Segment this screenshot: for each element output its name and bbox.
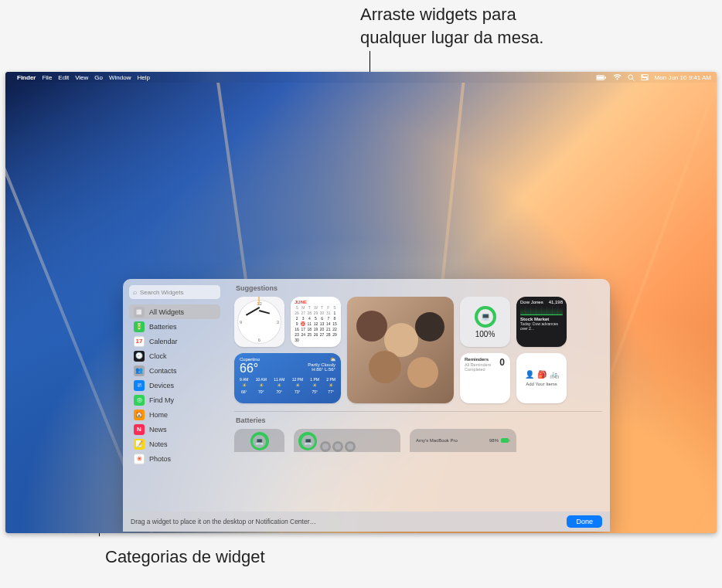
sidebar-item-contacts[interactable]: 👥Contacts bbox=[129, 363, 220, 378]
section-divider bbox=[234, 411, 602, 412]
laptop-icon: 💻 bbox=[304, 437, 312, 445]
weather-cond: Partly Cloudy bbox=[308, 362, 335, 368]
menu-window[interactable]: Window bbox=[109, 74, 131, 81]
sidebar-item-home[interactable]: 🏠Home bbox=[129, 407, 220, 422]
search-placeholder: Search Widgets bbox=[140, 289, 183, 296]
reminders-count: 0 bbox=[499, 357, 505, 368]
search-input[interactable]: ⌕ Search Widgets bbox=[129, 285, 220, 299]
battery-percent: 100% bbox=[475, 330, 496, 338]
weather-hour: 2 PM☀77° bbox=[326, 377, 335, 394]
findmy-label: Add Your Items bbox=[526, 382, 557, 386]
widget-battery-wide[interactable]: Amy's MacBook Pro 98% bbox=[410, 429, 516, 452]
svg-rect-2 bbox=[605, 76, 605, 79]
sidebar-item-label: News bbox=[149, 426, 167, 433]
svg-point-8 bbox=[646, 78, 648, 80]
sidebar-item-label: Calendar bbox=[149, 338, 178, 345]
svg-rect-9 bbox=[501, 438, 509, 443]
menu-help[interactable]: Help bbox=[137, 74, 149, 81]
section-batteries: Batteries bbox=[236, 416, 602, 424]
svg-point-6 bbox=[642, 75, 643, 76]
menubar-datetime[interactable]: Mon Jun 10 9:41 AM bbox=[655, 74, 711, 81]
weather-temp: 66° bbox=[240, 362, 260, 376]
weather-hour: 1 PM☀75° bbox=[310, 377, 319, 394]
callout-drag-widgets: Arraste widgets para qualquer lugar da m… bbox=[360, 3, 543, 49]
app-menu[interactable]: Finder bbox=[17, 74, 36, 81]
battery-device-name: Amy's MacBook Pro bbox=[416, 438, 458, 443]
sidebar-item-label: Photos bbox=[149, 455, 171, 463]
widget-calendar[interactable]: JUNE SMTWTFS2627282930311234567891011121… bbox=[291, 297, 341, 347]
sidebar-item-label: Clock bbox=[149, 352, 167, 360]
stock-story: Today: Dow advances over 2... bbox=[520, 321, 563, 331]
svg-rect-1 bbox=[597, 76, 604, 79]
widget-battery-multi[interactable]: 💻 bbox=[294, 429, 400, 452]
widget-clock[interactable]: 12 6 3 9 bbox=[234, 297, 284, 347]
weather-hilo: H:86° L:56° bbox=[308, 367, 335, 372]
svg-rect-10 bbox=[509, 440, 510, 442]
findmy-icon: ◎ bbox=[134, 395, 145, 406]
widget-weather[interactable]: Cupertino 66° ⛅ Partly Cloudy H:86° L:56… bbox=[234, 353, 341, 403]
news-icon: N bbox=[134, 424, 145, 435]
sidebar-item-label: Contacts bbox=[149, 367, 177, 375]
control-center-icon[interactable] bbox=[641, 74, 649, 80]
section-suggestions: Suggestions bbox=[236, 284, 602, 292]
svg-line-4 bbox=[632, 79, 635, 81]
contacts-icon: 👥 bbox=[134, 365, 145, 376]
sidebar-item-label: Batteries bbox=[149, 323, 177, 331]
sidebar-item-batteries[interactable]: 🔋Batteries bbox=[129, 319, 220, 334]
battery-ring-icon: 💻 bbox=[475, 306, 496, 328]
sidebar-item-label: Devices bbox=[149, 382, 174, 389]
menu-file[interactable]: File bbox=[42, 74, 52, 81]
photos-icon: ❀ bbox=[134, 454, 145, 464]
battery-status-icon[interactable] bbox=[596, 75, 607, 80]
stock-chart bbox=[520, 306, 563, 315]
widget-stocks[interactable]: Dow Jones41,198 Stock Market Today: Dow … bbox=[516, 297, 567, 347]
findmy-items-icons: 👤🎒🚲 bbox=[525, 370, 559, 379]
widget-battery-small[interactable]: 💻 bbox=[234, 429, 284, 452]
search-icon: ⌕ bbox=[133, 288, 137, 296]
mac-desktop: Finder File Edit View Go Window Help Mon… bbox=[5, 72, 717, 533]
sidebar-item-photos[interactable]: ❀Photos bbox=[129, 451, 220, 466]
done-button[interactable]: Done bbox=[567, 515, 602, 528]
cal-icon: 17 bbox=[134, 336, 145, 347]
weather-hour: 10 AM☀70° bbox=[256, 377, 267, 394]
sidebar-item-label: Notes bbox=[149, 440, 168, 448]
widget-content: Suggestions 12 6 3 9 bbox=[226, 279, 610, 512]
widget-gallery: ⌕ Search Widgets ▦All Widgets🔋Batteries1… bbox=[123, 279, 610, 532]
menubar: Finder File Edit View Go Window Help Mon… bbox=[5, 72, 717, 83]
battery-icon bbox=[501, 438, 510, 443]
widget-reminders[interactable]: Reminders 0 All Reminders Completed bbox=[460, 353, 510, 403]
home-icon: 🏠 bbox=[134, 410, 145, 420]
sidebar-item-label: All Widgets bbox=[149, 308, 184, 316]
svg-point-3 bbox=[628, 74, 633, 79]
sidebar-item-clock[interactable]: 🕘Clock bbox=[129, 348, 220, 363]
widget-sidebar: ⌕ Search Widgets ▦All Widgets🔋Batteries1… bbox=[123, 279, 226, 512]
widget-battery[interactable]: 💻 100% bbox=[460, 297, 510, 347]
sidebar-item-all-widgets[interactable]: ▦All Widgets bbox=[129, 304, 220, 319]
calendar-month: JUNE bbox=[295, 300, 337, 304]
menu-edit[interactable]: Edit bbox=[58, 74, 69, 81]
stock-price: 41,198 bbox=[549, 300, 563, 304]
gallery-footer: Drag a widget to place it on the desktop… bbox=[123, 512, 610, 532]
laptop-icon: 💻 bbox=[255, 437, 264, 445]
laptop-icon: 💻 bbox=[481, 312, 490, 321]
weather-hour: 12 PM☀73° bbox=[292, 377, 303, 394]
menu-go[interactable]: Go bbox=[94, 74, 103, 81]
callout-categories: Categorias de widget bbox=[105, 546, 265, 569]
sidebar-item-devices[interactable]: ⎚Devices bbox=[129, 378, 220, 393]
widget-findmy[interactable]: 👤🎒🚲 Add Your Items bbox=[516, 353, 567, 403]
weather-hour: 9 AM☀66° bbox=[240, 377, 248, 394]
notes-icon: 📝 bbox=[134, 439, 145, 450]
sidebar-item-find-my[interactable]: ◎Find My bbox=[129, 393, 220, 407]
stock-symbol: Dow Jones bbox=[520, 300, 543, 304]
sidebar-item-news[interactable]: NNews bbox=[129, 422, 220, 437]
sidebar-item-calendar[interactable]: 17Calendar bbox=[129, 334, 220, 348]
spotlight-icon[interactable] bbox=[628, 74, 635, 81]
weather-hour: 11 AM☀70° bbox=[274, 377, 284, 394]
sidebar-item-label: Find My bbox=[149, 396, 174, 404]
sidebar-item-label: Home bbox=[149, 411, 168, 419]
widget-photos[interactable] bbox=[347, 297, 454, 403]
sidebar-item-notes[interactable]: 📝Notes bbox=[129, 437, 220, 451]
battery-wide-pct: 98% bbox=[489, 438, 499, 443]
wifi-icon[interactable] bbox=[613, 74, 622, 80]
menu-view[interactable]: View bbox=[75, 74, 88, 81]
